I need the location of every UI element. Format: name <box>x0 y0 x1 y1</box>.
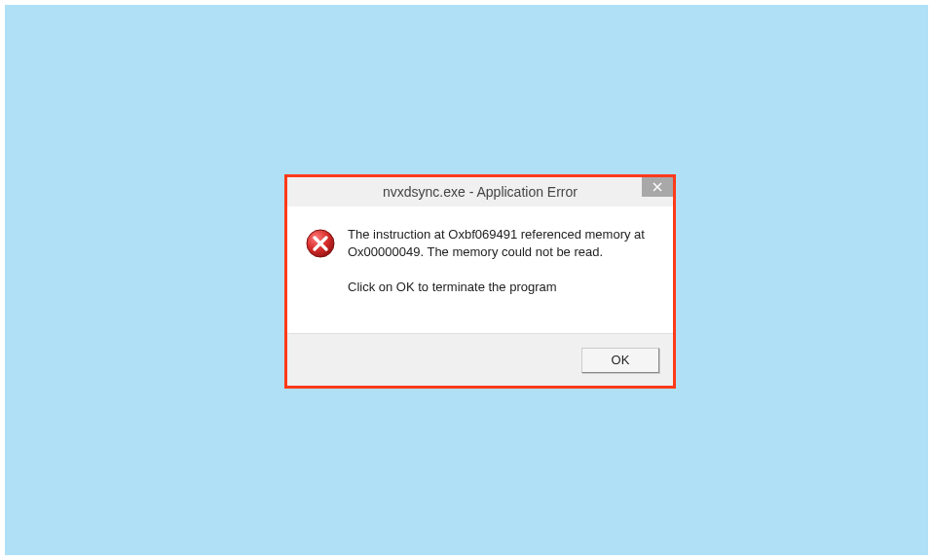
dialog-titlebar[interactable]: nvxdsync.exe - Application Error <box>287 177 673 206</box>
error-dialog: nvxdsync.exe - Application Error <box>284 174 676 389</box>
dialog-title: nvxdsync.exe - Application Error <box>383 184 578 200</box>
close-button[interactable] <box>642 177 673 197</box>
error-message-line2: Click on OK to terminate the program <box>348 279 655 296</box>
dialog-footer: OK <box>287 333 673 386</box>
error-icon <box>305 228 336 259</box>
close-icon <box>653 182 662 192</box>
desktop-background: nvxdsync.exe - Application Error <box>5 5 928 555</box>
dialog-message: The instruction at Oxbf069491 referenced… <box>348 226 655 297</box>
dialog-body: The instruction at Oxbf069491 referenced… <box>287 206 673 333</box>
error-message-line1: The instruction at Oxbf069491 referenced… <box>348 226 655 261</box>
ok-button[interactable]: OK <box>581 348 659 373</box>
